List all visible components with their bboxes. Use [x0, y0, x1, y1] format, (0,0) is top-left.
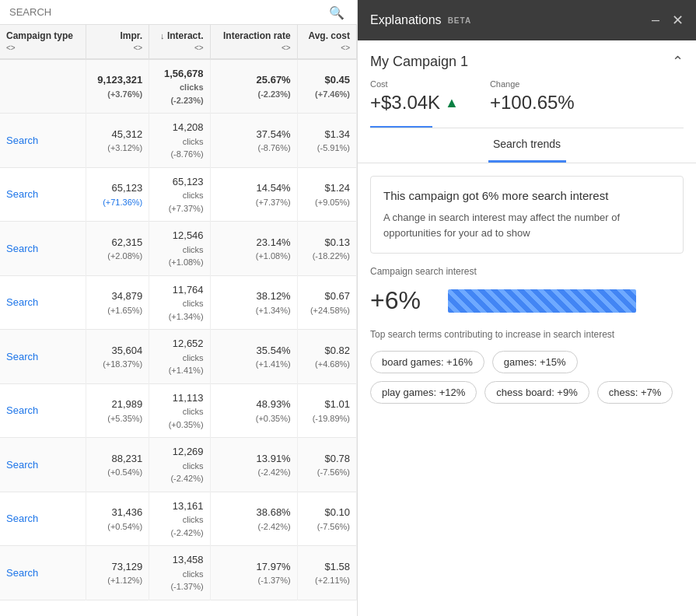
campaign-name-row: My Campaign 1 ⌃	[370, 53, 684, 70]
table-row: Search 34,879 (+1.65%) 11,764 clicks (+1…	[0, 275, 357, 330]
info-box: This campaign got 6% more search interes…	[370, 176, 684, 254]
row-type: Search	[0, 222, 86, 276]
table-row: Search 62,315 (+2.08%) 12,546 clicks (+1…	[0, 222, 357, 276]
summary-rate: 25.67% (-2.23%)	[210, 59, 297, 114]
top-terms-label: Top search terms contributing to increas…	[370, 327, 684, 341]
row-interact: 13,458 clicks (-1.37%)	[149, 546, 210, 600]
row-rate: 38.68% (-2.42%)	[210, 492, 297, 546]
term-chip: play games: +12%	[370, 381, 477, 404]
search-interest-label: Campaign search interest	[370, 266, 684, 277]
interest-bar	[448, 289, 636, 313]
row-interact: 12,269 clicks (-2.42%)	[149, 438, 210, 492]
cost-metric: Cost +$3.04K ▲	[370, 79, 459, 114]
table-scroll[interactable]: Campaign type <> Impr. <> ↓ Interact. <>…	[0, 25, 357, 616]
row-impr: 35,604 (+18.37%)	[86, 330, 149, 384]
row-interact: 65,123 clicks (+7.37%)	[149, 167, 210, 222]
row-type: Search	[0, 114, 86, 168]
row-interact: 11,764 clicks (+1.34%)	[149, 275, 210, 330]
row-impr: 21,989 (+5.35%)	[86, 383, 149, 438]
minimize-button[interactable]: –	[652, 12, 659, 29]
term-chip: games: +15%	[492, 351, 578, 373]
col-arrows-impr: <>	[134, 43, 143, 54]
col-arrows-cost: <>	[341, 43, 350, 54]
col-header-avg-cost[interactable]: Avg. cost <>	[297, 25, 356, 59]
row-cost: $0.78 (-7.56%)	[297, 438, 356, 492]
terms-grid: board games: +16%games: +15%play games: …	[370, 351, 684, 404]
campaign-name: My Campaign 1	[370, 54, 468, 70]
search-bar: 🔍	[0, 0, 357, 25]
table-row: Search 21,989 (+5.35%) 11,113 clicks (+0…	[0, 383, 357, 438]
row-rate: 35.54% (+1.41%)	[210, 330, 297, 384]
summary-impr: 9,123,321 (+3.76%)	[86, 59, 149, 114]
table-row: Search 35,604 (+18.37%) 12,652 clicks (+…	[0, 330, 357, 384]
data-table: Campaign type <> Impr. <> ↓ Interact. <>…	[0, 25, 357, 600]
row-cost: $0.10 (-7.56%)	[297, 492, 356, 546]
row-impr: 34,879 (+1.65%)	[86, 275, 149, 330]
col-header-impr[interactable]: Impr. <>	[86, 25, 149, 59]
row-cost: $0.13 (-18.22%)	[297, 222, 356, 276]
table-row: Search 88,231 (+0.54%) 12,269 clicks (-2…	[0, 438, 357, 492]
col-header-campaign-type[interactable]: Campaign type <>	[0, 25, 86, 59]
interest-row: +6%	[370, 286, 684, 315]
panel-header-icons: – ✕	[652, 12, 684, 29]
beta-badge: BETA	[448, 16, 471, 25]
row-interact: 12,652 clicks (+1.41%)	[149, 330, 210, 384]
change-label: Change	[490, 79, 575, 89]
cost-label: Cost	[370, 79, 459, 89]
table-row: Search 45,312 (+3.12%) 14,208 clicks (-8…	[0, 114, 357, 168]
row-type: Search	[0, 438, 86, 492]
cost-value: +$3.04K ▲	[370, 92, 459, 114]
summary-interact: 1,56,678 clicks (-2.23%)	[149, 59, 210, 114]
row-type: Search	[0, 492, 86, 546]
panel-title: Explanations BETA	[370, 13, 471, 27]
row-cost: $0.82 (+4.68%)	[297, 330, 356, 384]
row-cost: $1.34 (-5.91%)	[297, 114, 356, 168]
col-arrows-interact: <>	[194, 43, 204, 54]
tab-search-trends[interactable]: Search trends	[493, 138, 561, 153]
row-rate: 38.12% (+1.34%)	[210, 275, 297, 330]
row-impr: 45,312 (+3.12%)	[86, 114, 149, 168]
info-box-desc: A change in search interest may affect t…	[383, 210, 670, 240]
chevron-up-icon[interactable]: ⌃	[672, 53, 684, 70]
search-icon: 🔍	[329, 5, 345, 19]
row-rate: 17.97% (-1.37%)	[210, 546, 297, 600]
table-row: Search 31,436 (+0.54%) 13,161 clicks (-2…	[0, 492, 357, 546]
table-row-summary: 9,123,321 (+3.76%) 1,56,678 clicks (-2.2…	[0, 59, 357, 114]
interest-pct: +6%	[370, 286, 432, 315]
row-type: Search	[0, 275, 86, 330]
term-chip: chess: +7%	[597, 381, 673, 404]
change-metric: Change +100.65%	[490, 79, 575, 114]
col-header-interact[interactable]: ↓ Interact. <>	[149, 25, 210, 59]
row-cost: $1.01 (-19.89%)	[297, 383, 356, 438]
table-row: Search 73,129 (+1.12%) 13,458 clicks (-1…	[0, 546, 357, 600]
summary-type	[0, 59, 86, 114]
metrics-row: Cost +$3.04K ▲ Change +100.65%	[370, 79, 684, 114]
term-chip: board games: +16%	[370, 351, 484, 373]
row-interact: 13,161 clicks (-2.42%)	[149, 492, 210, 546]
change-value: +100.65%	[490, 92, 575, 114]
row-rate: 14.54% (+7.37%)	[210, 167, 297, 222]
row-cost: $1.58 (+2.11%)	[297, 546, 356, 600]
right-panel: Explanations BETA – ✕ My Campaign 1 ⌃ Co…	[358, 0, 696, 616]
cost-up-arrow: ▲	[445, 95, 459, 111]
campaign-section: My Campaign 1 ⌃ Cost +$3.04K ▲ Change +1…	[358, 40, 696, 128]
col-header-interaction-rate[interactable]: Interaction rate <>	[210, 25, 297, 59]
search-input[interactable]	[9, 6, 348, 18]
panel-body[interactable]: This campaign got 6% more search interes…	[358, 163, 696, 616]
row-rate: 37.54% (-8.76%)	[210, 114, 297, 168]
col-arrows-campaign: <>	[6, 43, 16, 54]
col-arrows-rate: <>	[282, 43, 291, 54]
row-impr: 31,436 (+0.54%)	[86, 492, 149, 546]
close-button[interactable]: ✕	[672, 12, 684, 29]
row-interact: 14,208 clicks (-8.76%)	[149, 114, 210, 168]
row-impr: 62,315 (+2.08%)	[86, 222, 149, 276]
row-impr: 65,123 (+71.36%)	[86, 167, 149, 222]
summary-cost: $0.45 (+7.46%)	[297, 59, 356, 114]
row-rate: 23.14% (+1.08%)	[210, 222, 297, 276]
row-type: Search	[0, 546, 86, 600]
row-rate: 48.93% (+0.35%)	[210, 383, 297, 438]
table-panel: 🔍 Campaign type <> Impr. <> ↓ Interact. …	[0, 0, 358, 616]
term-chip: chess board: +9%	[484, 381, 589, 404]
row-type: Search	[0, 330, 86, 384]
tab-row: Search trends	[358, 128, 696, 163]
